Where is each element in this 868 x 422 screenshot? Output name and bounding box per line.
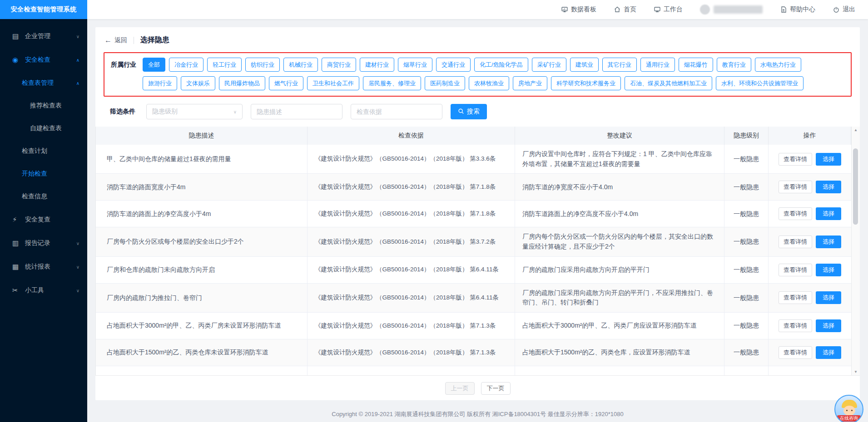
table-row: 占地面积大于1500m²的乙、丙类仓库未设置环形消防车道《建筑设计防火规范》（G… bbox=[96, 339, 851, 366]
breadcrumb: ← 返回 选择隐患 bbox=[95, 27, 860, 49]
industry-button[interactable]: 商贸行业 bbox=[322, 58, 356, 72]
logout-icon bbox=[833, 6, 840, 13]
next-page-button[interactable]: 下一页 bbox=[481, 382, 511, 395]
sidebar-item-label: 企业管理 bbox=[25, 32, 50, 40]
view-detail-button[interactable]: 查看详情 bbox=[779, 236, 812, 248]
industry-button[interactable]: 冶金行业 bbox=[169, 58, 203, 72]
industry-button[interactable]: 通用行业 bbox=[640, 58, 675, 72]
logout-link[interactable]: 退出 bbox=[833, 5, 855, 14]
data-dashboard-link[interactable]: 数据看板 bbox=[561, 5, 596, 14]
select-button[interactable]: 选择 bbox=[816, 236, 841, 248]
industry-button[interactable]: 全部 bbox=[143, 58, 165, 72]
sidebar-item[interactable]: 检查计划 bbox=[0, 140, 87, 162]
industry-button[interactable]: 采矿行业 bbox=[532, 58, 566, 72]
sidebar-item[interactable]: ✂小工具∨ bbox=[0, 279, 87, 302]
sidebar-item-label: 安全检查 bbox=[25, 56, 50, 64]
cell-rectify-suggestion: 厂房内设置中间仓库时，应符合下列规定：1 甲、乙类中间仓库应靠外墙布置，其储量不… bbox=[515, 145, 724, 173]
sidebar-item[interactable]: ◉安全检查∧ bbox=[0, 48, 87, 72]
sidebar-item-label: 检查信息 bbox=[22, 192, 47, 201]
sidebar: ▤企业管理∨◉安全检查∧检查表管理∧推荐检查表自建检查表检查计划开始检查检查信息… bbox=[0, 19, 87, 422]
industry-button[interactable]: 其它行业 bbox=[602, 58, 637, 72]
sidebar-item[interactable]: ▥报告记录∨ bbox=[0, 231, 87, 255]
industry-button[interactable]: 文体娱乐 bbox=[181, 76, 215, 90]
view-detail-button[interactable]: 查看详情 bbox=[779, 207, 812, 220]
industry-button[interactable]: 烟草行业 bbox=[398, 58, 432, 72]
industry-button[interactable]: 水电热力行业 bbox=[755, 58, 801, 72]
select-button[interactable]: 选择 bbox=[816, 153, 841, 166]
table-scrollbar[interactable]: ▲ ▼ bbox=[851, 127, 860, 375]
inspection-basis-input[interactable] bbox=[351, 104, 442, 119]
industry-button[interactable]: 农林牧渔业 bbox=[469, 76, 509, 90]
hazard-level-select[interactable]: 隐患级别 ∨ bbox=[146, 104, 243, 119]
cell-hazard-level: 一般隐患 bbox=[724, 284, 769, 312]
industry-button[interactable]: 烟花爆竹 bbox=[679, 58, 713, 72]
back-button[interactable]: ← 返回 bbox=[104, 36, 127, 44]
industry-button[interactable]: 旅游行业 bbox=[143, 76, 177, 90]
search-button-label: 搜索 bbox=[467, 108, 480, 116]
recheck-icon: ⚡ bbox=[12, 216, 22, 224]
online-support-widget[interactable]: 在线咨询 bbox=[834, 395, 864, 422]
filter-conditions-label: 筛选条件 bbox=[110, 108, 135, 116]
cell-rectify-suggestion: 厂房的疏散门应采用向疏散方向开启的平开门 bbox=[515, 257, 724, 283]
industry-filter-annotation-box: 所属行业 全部冶金行业轻工行业纺织行业机械行业商贸行业建材行业烟草行业交通行业化… bbox=[104, 52, 852, 97]
cell-inspection-basis: 《建筑设计防火规范》（GB50016-2014）（2018年版） 第3.7.2条 bbox=[308, 227, 515, 256]
help-center-link[interactable]: 帮助中心 bbox=[780, 5, 815, 14]
cell-hazard-description: 消防车道的路面上的净空高度小于4m bbox=[96, 201, 308, 227]
sidebar-item[interactable]: 检查表管理∧ bbox=[0, 72, 87, 94]
user-area[interactable] bbox=[700, 5, 763, 15]
select-button[interactable]: 选择 bbox=[816, 346, 841, 359]
industry-row-2: 旅游行业文体娱乐民用爆炸物品燃气行业卫生和社会工作居民服务、修理业医药制造业农林… bbox=[143, 76, 804, 90]
chevron-down-icon: ∨ bbox=[76, 34, 79, 39]
industry-button[interactable]: 燃气行业 bbox=[269, 76, 303, 90]
industry-button[interactable]: 民用爆炸物品 bbox=[219, 76, 265, 90]
chevron-up-icon: ∧ bbox=[76, 81, 79, 86]
prev-page-button[interactable]: 上一页 bbox=[445, 382, 475, 395]
sidebar-item[interactable]: ▤企业管理∨ bbox=[0, 25, 87, 48]
industry-button[interactable]: 石油、煤炭及其他燃料加工业 bbox=[625, 76, 712, 90]
view-detail-button[interactable]: 查看详情 bbox=[779, 319, 812, 332]
view-detail-button[interactable]: 查看详情 bbox=[779, 264, 812, 276]
hazard-description-input[interactable] bbox=[251, 104, 342, 119]
industry-button[interactable]: 机械行业 bbox=[283, 58, 318, 72]
select-button[interactable]: 选择 bbox=[816, 207, 841, 220]
sidebar-item[interactable]: 检查信息 bbox=[0, 185, 87, 208]
view-detail-button[interactable]: 查看详情 bbox=[779, 291, 812, 304]
sidebar-item[interactable]: 开始检查 bbox=[0, 162, 87, 185]
view-detail-button[interactable]: 查看详情 bbox=[779, 153, 812, 166]
back-label: 返回 bbox=[114, 36, 127, 44]
industry-button[interactable]: 交通行业 bbox=[436, 58, 471, 72]
industry-button[interactable]: 建筑业 bbox=[570, 58, 599, 72]
sidebar-item[interactable]: ▦统计报表∨ bbox=[0, 255, 87, 279]
industry-button[interactable]: 水利、环境和公共设施管理业 bbox=[716, 76, 804, 90]
select-button[interactable]: 选择 bbox=[816, 319, 841, 332]
workbench-label: 工作台 bbox=[664, 5, 683, 14]
cell-hazard-description: 厂房和仓库的疏散门未向疏散方向开启 bbox=[96, 257, 308, 283]
workbench-link[interactable]: 工作台 bbox=[654, 5, 683, 14]
sidebar-item[interactable]: ⚡安全复查 bbox=[0, 208, 87, 231]
industry-button[interactable]: 教育行业 bbox=[717, 58, 751, 72]
industry-button[interactable]: 建材行业 bbox=[360, 58, 394, 72]
sidebar-item[interactable]: 推荐检查表 bbox=[0, 94, 87, 117]
sidebar-item[interactable]: 自建检查表 bbox=[0, 117, 87, 140]
industry-button[interactable]: 化工/危险化学品 bbox=[474, 58, 528, 72]
industry-button[interactable]: 医药制造业 bbox=[425, 76, 465, 90]
scroll-down-icon[interactable]: ▼ bbox=[852, 370, 860, 374]
search-button[interactable]: 搜索 bbox=[451, 104, 487, 119]
view-detail-button[interactable]: 查看详情 bbox=[779, 181, 812, 193]
industry-button[interactable]: 轻工行业 bbox=[207, 58, 242, 72]
industry-button[interactable]: 居民服务、修理业 bbox=[363, 76, 421, 90]
industry-button[interactable]: 房地产业 bbox=[513, 76, 547, 90]
column-header: 操作 bbox=[769, 127, 851, 145]
industry-button[interactable]: 科学研究和技术服务业 bbox=[551, 76, 621, 90]
view-detail-button[interactable]: 查看详情 bbox=[779, 346, 812, 359]
select-button[interactable]: 选择 bbox=[816, 264, 841, 276]
select-button[interactable]: 选择 bbox=[816, 181, 841, 193]
industry-button[interactable]: 纺织行业 bbox=[245, 58, 280, 72]
cell-hazard-description: 厂房内的疏散门为推拉门、卷帘门 bbox=[96, 284, 308, 312]
home-link[interactable]: 首页 bbox=[614, 5, 636, 14]
select-button[interactable]: 选择 bbox=[816, 291, 841, 304]
scroll-up-icon[interactable]: ▲ bbox=[852, 128, 860, 132]
industry-button[interactable]: 卫生和社会工作 bbox=[307, 76, 359, 90]
scrollbar-handle[interactable] bbox=[853, 148, 858, 225]
table-row: 消防车道的路面宽度小于4m《建筑设计防火规范》（GB50016-2014）（20… bbox=[96, 173, 851, 200]
